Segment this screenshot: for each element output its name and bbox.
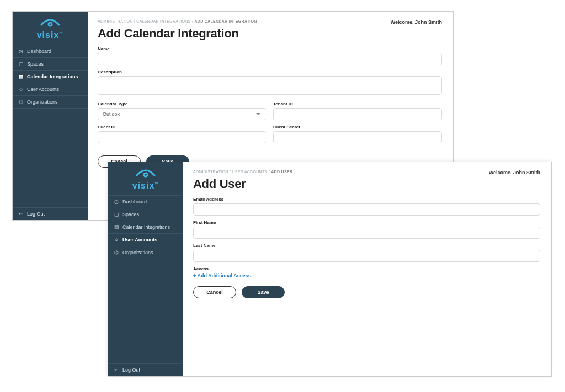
first-name-input[interactable] — [193, 227, 540, 239]
client-secret-input[interactable] — [273, 131, 442, 143]
sidebar-item-label: Spaces — [122, 212, 139, 217]
page-title: Add Calendar Integration — [98, 26, 442, 41]
sidebar-item-spaces[interactable]: ▢ Spaces — [108, 208, 183, 221]
sidebar-item-calendar-integrations[interactable]: ▤ Calendar Integrations — [13, 71, 88, 83]
logo: visix™ — [108, 162, 183, 195]
sidebar-item-label: Organizations — [122, 250, 153, 255]
calendar-type-label: Calendar Type — [98, 101, 266, 106]
dashboard-icon: ◷ — [18, 49, 24, 54]
email-label: Email Address — [193, 197, 540, 202]
sidebar-item-user-accounts[interactable]: ☺ User Accounts — [13, 83, 88, 96]
sidebar: visix™ ◷ Dashboard ▢ Spaces ▤ Calendar I… — [13, 12, 88, 220]
breadcrumb-current: ADD CALENDAR INTEGRATION — [194, 19, 257, 23]
save-button[interactable]: Save — [242, 286, 285, 298]
cancel-button[interactable]: Cancel — [193, 286, 236, 298]
sidebar-item-label: Spaces — [27, 61, 44, 67]
sidebar-item-label: Organizations — [27, 99, 58, 105]
nav: ◷ Dashboard ▢ Spaces ▤ Calendar Integrat… — [108, 195, 183, 363]
sidebar-item-label: User Accounts — [27, 87, 59, 92]
eye-logo-icon — [38, 17, 62, 29]
access-label: Access — [193, 266, 540, 271]
main-content: Welcome, John Smith ADMINISTRATION / USE… — [183, 162, 551, 376]
sidebar-item-label: Calendar Integrations — [122, 224, 170, 230]
tenant-id-input[interactable] — [273, 108, 442, 120]
description-input[interactable] — [98, 76, 442, 95]
breadcrumb-item[interactable]: ADMINISTRATION — [193, 170, 228, 174]
sidebar: visix™ ◷ Dashboard ▢ Spaces ▤ Calendar I… — [108, 162, 183, 376]
name-label: Name — [98, 46, 442, 51]
page-title: Add User — [193, 177, 540, 191]
logout-icon: ⇠ — [18, 211, 24, 217]
sidebar-item-label: Dashboard — [122, 199, 147, 205]
last-name-input[interactable] — [193, 250, 540, 262]
brand-text: visix™ — [108, 181, 183, 191]
sidebar-item-spaces[interactable]: ▢ Spaces — [13, 58, 88, 71]
add-additional-access-link[interactable]: + Add Additional Access — [193, 273, 540, 278]
eye-logo-icon — [134, 168, 158, 180]
breadcrumb-item[interactable]: CALENDAR INTEGRATIONS — [136, 19, 190, 23]
logout-label: Log Out — [122, 367, 140, 373]
breadcrumb-item[interactable]: ADMINISTRATION — [98, 19, 133, 23]
description-label: Description — [98, 69, 442, 74]
users-icon: ☺ — [18, 87, 24, 92]
svg-point-1 — [49, 23, 51, 25]
tenant-id-label: Tenant ID — [273, 101, 442, 106]
sidebar-item-label: User Accounts — [122, 237, 157, 243]
logo: visix™ — [13, 12, 88, 45]
logout-button[interactable]: ⇠ Log Out — [108, 363, 183, 376]
spaces-icon: ▢ — [114, 212, 119, 217]
sidebar-item-user-accounts[interactable]: ☺ User Accounts — [108, 234, 183, 246]
dashboard-icon: ◷ — [114, 199, 119, 205]
welcome-text: Welcome, John Smith — [391, 19, 442, 25]
calendar-type-select[interactable]: Outlook — [98, 108, 266, 120]
window-add-user: visix™ ◷ Dashboard ▢ Spaces ▤ Calendar I… — [108, 162, 552, 377]
sidebar-item-calendar-integrations[interactable]: ▤ Calendar Integrations — [108, 221, 183, 234]
breadcrumb-item[interactable]: USER ACCOUNTS — [232, 170, 267, 174]
breadcrumb-current: ADD USER — [271, 170, 292, 174]
sidebar-item-label: Calendar Integrations — [27, 74, 78, 79]
client-id-input[interactable] — [98, 131, 266, 143]
client-secret-label: Client Secret — [273, 125, 442, 130]
svg-point-3 — [145, 174, 147, 176]
spaces-icon: ▢ — [18, 61, 24, 67]
breadcrumb: ADMINISTRATION / USER ACCOUNTS / ADD USE… — [193, 170, 540, 174]
users-icon: ☺ — [114, 237, 119, 243]
last-name-label: Last Name — [193, 243, 540, 248]
nav: ◷ Dashboard ▢ Spaces ▤ Calendar Integrat… — [13, 45, 88, 207]
sidebar-item-label: Dashboard — [27, 49, 51, 54]
organizations-icon: ⌬ — [18, 99, 24, 105]
logout-icon: ⇠ — [114, 367, 119, 373]
calendar-type-value: Outlook — [103, 111, 120, 117]
sidebar-item-dashboard[interactable]: ◷ Dashboard — [13, 45, 88, 58]
calendar-icon: ▤ — [18, 74, 24, 79]
name-input[interactable] — [98, 53, 442, 65]
brand-text: visix™ — [13, 30, 88, 40]
logout-button[interactable]: ⇠ Log Out — [13, 207, 88, 220]
organizations-icon: ⌬ — [114, 250, 119, 255]
client-id-label: Client ID — [98, 125, 266, 130]
first-name-label: First Name — [193, 220, 540, 225]
sidebar-item-organizations[interactable]: ⌬ Organizations — [108, 246, 183, 259]
email-input[interactable] — [193, 203, 540, 216]
sidebar-item-organizations[interactable]: ⌬ Organizations — [13, 96, 88, 109]
logout-label: Log Out — [27, 211, 45, 217]
welcome-text: Welcome, John Smith — [489, 170, 540, 175]
calendar-icon: ▤ — [114, 224, 119, 230]
sidebar-item-dashboard[interactable]: ◷ Dashboard — [108, 196, 183, 208]
